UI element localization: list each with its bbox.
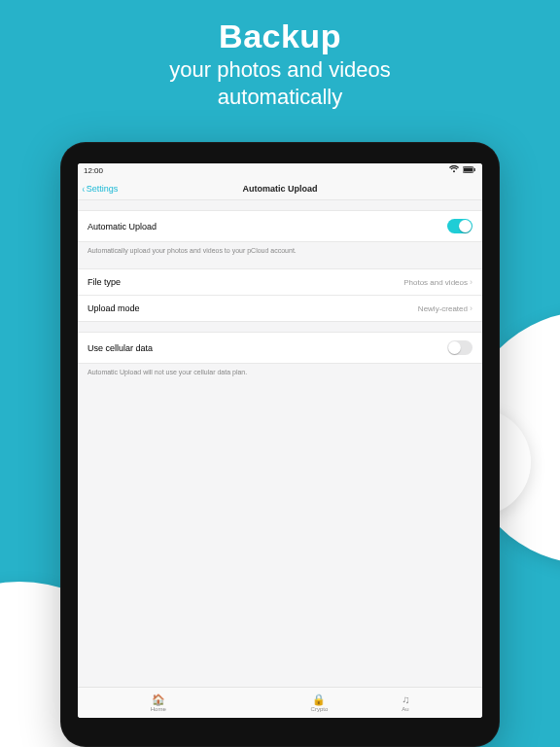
tab-crypto[interactable]: 🔒 Crypto	[239, 688, 401, 718]
tab-audio[interactable]: ♫ Au	[400, 688, 482, 718]
row-value: Photos and videos	[403, 278, 468, 287]
toggle-cellular[interactable]	[447, 340, 472, 355]
back-label: Settings	[87, 184, 119, 194]
wifi-icon	[449, 165, 459, 175]
svg-rect-1	[464, 167, 472, 171]
row-automatic-upload[interactable]: Automatic Upload	[78, 210, 482, 242]
row-label: File type	[88, 277, 121, 287]
row-value: Newly-created	[418, 304, 468, 313]
group-footer: Automatically upload your photos and vid…	[78, 242, 482, 259]
row-upload-mode[interactable]: Upload mode Newly-created ›	[78, 296, 482, 322]
home-icon: 🏠	[152, 694, 165, 705]
nav-bar: ‹ Settings Automatic Upload	[78, 177, 482, 200]
group-cellular: Use cellular data Automatic Upload will …	[78, 332, 482, 380]
lock-icon: 🔒	[312, 694, 326, 705]
tab-bar: 🏠 Home 🔒 Crypto ♫ Au	[78, 687, 482, 718]
page-title: Automatic Upload	[242, 184, 317, 194]
tab-home[interactable]: 🏠 Home	[78, 688, 239, 718]
chevron-right-icon: ›	[470, 303, 472, 313]
battery-icon	[463, 166, 476, 175]
toggle-automatic-upload[interactable]	[447, 219, 472, 233]
status-time: 12:00	[84, 166, 103, 175]
chevron-right-icon: ›	[470, 277, 472, 287]
headline-title: Backup	[0, 18, 560, 55]
row-label: Use cellular data	[88, 343, 153, 353]
status-bar: 12:00	[78, 163, 482, 177]
app-store-screenshot: Backup your photos and videos automatica…	[0, 0, 560, 747]
marketing-headline: Backup your photos and videos automatica…	[0, 18, 560, 111]
chevron-left-icon: ‹	[83, 183, 86, 195]
svg-rect-2	[474, 168, 475, 171]
group-automatic-upload: Automatic Upload Automatically upload yo…	[78, 210, 482, 259]
tab-label: Home	[151, 706, 166, 712]
tab-label: Crypto	[311, 706, 329, 712]
headline-sub1: your photos and videos	[0, 57, 560, 83]
headline-sub2: automatically	[0, 85, 560, 110]
row-file-type[interactable]: File type Photos and videos ›	[78, 268, 482, 296]
group-footer: Automatic Upload will not use your cellu…	[78, 364, 482, 380]
group-options: File type Photos and videos › Upload mod…	[78, 268, 482, 322]
row-cellular[interactable]: Use cellular data	[78, 332, 482, 364]
row-label: Automatic Upload	[88, 222, 157, 231]
tab-label: Au	[402, 706, 408, 712]
row-label: Upload mode	[88, 303, 140, 313]
back-button[interactable]: ‹ Settings	[82, 177, 118, 199]
music-icon: ♫	[402, 694, 409, 705]
ipad-screen: 12:00 ‹ Settings Automatic Upload	[78, 163, 482, 718]
ipad-device-frame: 12:00 ‹ Settings Automatic Upload	[60, 142, 500, 747]
